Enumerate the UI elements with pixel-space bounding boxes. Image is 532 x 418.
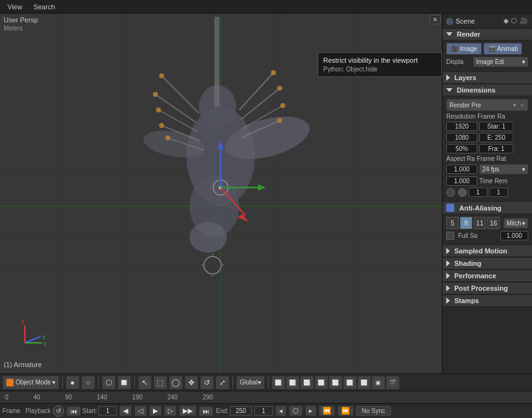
frame-end-field[interactable] bbox=[479, 133, 513, 142]
res-y-field[interactable] bbox=[446, 133, 477, 142]
scene-label: Scene bbox=[456, 17, 475, 25]
jump-start-btn[interactable]: ⏮ bbox=[66, 406, 81, 416]
jump-end-btn[interactable]: ⏭ bbox=[199, 406, 213, 416]
frame-start-field[interactable] bbox=[479, 122, 513, 131]
aa-8[interactable]: 8 bbox=[460, 217, 472, 229]
aspect-x-field[interactable] bbox=[446, 165, 477, 174]
display-select[interactable]: Image Edi ▾ bbox=[473, 57, 528, 67]
full-sample-checkbox[interactable] bbox=[446, 232, 454, 240]
mode-chevron: ▾ bbox=[52, 379, 55, 386]
select-mode-3[interactable]: ◯ bbox=[169, 376, 183, 389]
tooltip-title-text: Restrict visibility in the viewport bbox=[323, 57, 436, 64]
time-rem-h[interactable] bbox=[469, 188, 487, 197]
toolbar-extra-8[interactable]: ▣ bbox=[372, 376, 385, 389]
aa-16[interactable]: 16 bbox=[487, 217, 500, 229]
end-frame-input[interactable] bbox=[230, 406, 252, 416]
display-label: Displa bbox=[446, 58, 471, 65]
aspect-y-field[interactable] bbox=[446, 176, 477, 186]
sync-select[interactable]: No Sync bbox=[356, 406, 391, 416]
frame-rate-select[interactable]: 24 fps ▾ bbox=[479, 164, 528, 175]
object-mode-label: Object Mode bbox=[16, 379, 51, 386]
transform-scale[interactable]: ⤢ bbox=[216, 376, 229, 389]
start-frame-input[interactable] bbox=[98, 406, 117, 416]
toolbar-extra-4[interactable]: ⬜ bbox=[314, 376, 328, 389]
toolbar-extra-2[interactable]: ⬜ bbox=[286, 376, 300, 389]
shading-section: Shading bbox=[443, 258, 532, 270]
post-processing-header[interactable]: Post Processing bbox=[443, 283, 532, 294]
toolbar-extra-9[interactable]: 🎬 bbox=[386, 376, 400, 389]
object-mode-select[interactable]: Object Mode ▾ bbox=[2, 376, 59, 389]
dimensions-label: Dimensions bbox=[457, 86, 495, 94]
select-mode-1[interactable]: ↖ bbox=[138, 376, 152, 389]
transform-orientation[interactable]: Global ▾ bbox=[236, 376, 265, 389]
anim-render-btn[interactable]: 🎬 Animati bbox=[484, 43, 522, 55]
playback-first[interactable]: ⏪ bbox=[319, 406, 335, 416]
viewport-shading-wire[interactable]: ○ bbox=[81, 376, 95, 389]
start-frame-group: ⏮ Start: bbox=[66, 406, 117, 416]
toolbar-extra-3[interactable]: ⬜ bbox=[300, 376, 314, 389]
aa-11[interactable]: 11 bbox=[474, 217, 486, 229]
current-frame-input[interactable] bbox=[254, 406, 273, 416]
framerate-label: Frame Rat bbox=[477, 155, 506, 162]
frame-cur-field[interactable] bbox=[479, 144, 513, 153]
object-display-btn[interactable]: ⬡ bbox=[102, 376, 116, 389]
playback-last[interactable]: ⏩ bbox=[337, 406, 354, 416]
shading-icon bbox=[446, 260, 450, 266]
dimensions-header[interactable]: Dimensions bbox=[443, 84, 532, 96]
toolbar-extra-5[interactable]: ⬜ bbox=[329, 376, 342, 389]
stamps-header[interactable]: Stamps bbox=[443, 295, 532, 307]
prev-frame-btn[interactable]: ◁ bbox=[134, 406, 147, 416]
frame-label: Frame bbox=[2, 407, 21, 414]
play-btn[interactable]: ▶ bbox=[149, 406, 162, 416]
time-rem-m[interactable] bbox=[489, 188, 508, 197]
viewport-corner-btn[interactable]: ✕ bbox=[429, 15, 441, 24]
toolbar-extra-6[interactable]: ⬜ bbox=[343, 376, 357, 389]
layers-header[interactable]: Layers bbox=[443, 72, 532, 84]
anti-alias-label: Anti-Aliasing bbox=[459, 204, 502, 212]
anti-alias-header[interactable]: Anti-Aliasing bbox=[443, 202, 532, 214]
aa-filter-select[interactable]: Mitch ▾ bbox=[503, 218, 528, 229]
aa-5[interactable]: 5 bbox=[446, 217, 459, 229]
menu-search[interactable]: Search bbox=[29, 2, 60, 12]
svg-point-31 bbox=[277, 86, 282, 91]
keyframe-add[interactable]: ⬡ bbox=[289, 406, 303, 416]
keyframe-next[interactable]: ▸ bbox=[305, 406, 316, 416]
transform-grab[interactable]: ✥ bbox=[185, 376, 198, 389]
right-panel: ◎ Scene ◆ ⬡ 🎥 Render 🎥 bbox=[442, 14, 532, 373]
end-label: End: bbox=[216, 407, 229, 414]
sampled-motion-header[interactable]: Sampled Motion bbox=[443, 245, 532, 257]
render-preset-select[interactable]: Render Pre ＋ － bbox=[446, 99, 528, 111]
shading-header[interactable]: Shading bbox=[443, 258, 532, 270]
sampled-motion-icon bbox=[446, 248, 450, 254]
svg-point-33 bbox=[277, 118, 282, 123]
ruler-240: 240 bbox=[167, 394, 178, 401]
svg-text:x: x bbox=[42, 334, 45, 340]
render-header[interactable]: Render bbox=[443, 29, 532, 40]
step-fwd-btn[interactable]: ▶▶ bbox=[179, 406, 196, 416]
post-processing-icon bbox=[446, 285, 450, 291]
loop-mode-btn[interactable]: ↺ bbox=[53, 406, 64, 417]
keyframe-prev[interactable]: ◂ bbox=[275, 406, 287, 416]
start-label: Start: bbox=[82, 407, 97, 414]
menu-view[interactable]: View bbox=[2, 2, 27, 12]
res-pct-field[interactable] bbox=[446, 144, 477, 153]
select-mode-2[interactable]: ⬚ bbox=[154, 376, 167, 389]
toolbar-extra-1[interactable]: ⬜ bbox=[272, 376, 285, 389]
toolbar-extra-7[interactable]: ⬜ bbox=[357, 376, 371, 389]
snap-btn[interactable]: 🔲 bbox=[117, 376, 131, 389]
chevron-down-icon: ▾ bbox=[522, 58, 525, 65]
performance-section: Performance bbox=[443, 270, 532, 283]
viewport[interactable]: x y z User Persp Meters ✕ (1) Armature R… bbox=[0, 14, 442, 373]
step-back-btn[interactable]: ◀ bbox=[119, 406, 132, 416]
next-frame-btn[interactable]: ▷ bbox=[164, 406, 177, 416]
viewport-shading-solid[interactable]: ● bbox=[66, 376, 80, 389]
image-render-btn[interactable]: 🎥 Image bbox=[446, 43, 482, 55]
full-sample-value[interactable] bbox=[500, 231, 528, 240]
transform-rotate[interactable]: ↺ bbox=[200, 376, 214, 389]
viewport-unit-label: Meters bbox=[4, 25, 23, 32]
performance-header[interactable]: Performance bbox=[443, 270, 532, 282]
aa-checkbox[interactable] bbox=[446, 204, 454, 212]
res-x-field[interactable]: 1920 bbox=[446, 122, 477, 131]
armature-label: (1) Armature bbox=[4, 361, 42, 368]
ruler-90: 90 bbox=[65, 394, 72, 401]
